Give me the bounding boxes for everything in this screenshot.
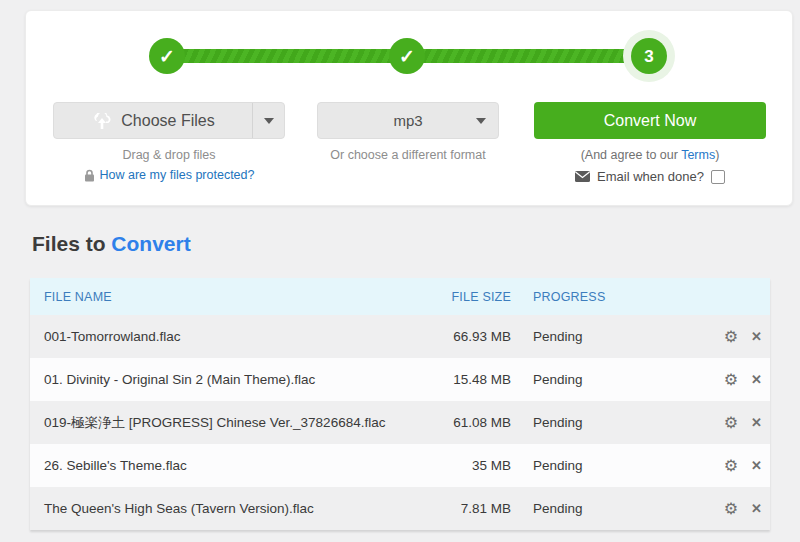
progress-status: Pending [533, 501, 664, 516]
progress-status: Pending [533, 458, 664, 473]
terms-prefix: (And agree to our [581, 148, 682, 162]
choose-files-button[interactable]: Choose Files [53, 102, 285, 139]
table-body: 001-Tomorrowland.flac 66.93 MB Pending ⚙… [30, 315, 770, 530]
email-when-done-label: Email when done? [597, 169, 704, 184]
file-size: 7.81 MB [397, 501, 511, 516]
drag-drop-hint: Drag & drop files [53, 148, 285, 162]
file-size: 15.48 MB [397, 372, 511, 387]
files-protected-label: How are my files protected? [100, 168, 255, 182]
terms-note: (And agree to our Terms) [534, 148, 766, 162]
file-name: 001-Tomorrowland.flac [30, 329, 397, 344]
stepper-step-3: 3 [631, 38, 667, 74]
stepper-step-1: ✓ [149, 38, 185, 74]
format-hint: Or choose a different format [317, 148, 499, 162]
header-file-size: FILE SIZE [397, 290, 511, 304]
table-row: 019-極楽浄土 [PROGRESS] Chinese Ver._3782668… [30, 401, 770, 444]
file-size: 61.08 MB [397, 415, 511, 430]
settings-gear-icon[interactable]: ⚙ [724, 372, 738, 388]
remove-file-icon[interactable]: ✕ [751, 330, 762, 343]
check-icon: ✓ [399, 47, 415, 66]
progress-status: Pending [533, 329, 664, 344]
format-value: mp3 [318, 112, 498, 129]
table-header: FILE NAME FILE SIZE PROGRESS [30, 278, 770, 315]
progress-status: Pending [533, 372, 664, 387]
email-when-done-row: Email when done? [534, 169, 766, 184]
remove-file-icon[interactable]: ✕ [751, 502, 762, 515]
settings-gear-icon[interactable]: ⚙ [724, 415, 738, 431]
settings-gear-icon[interactable]: ⚙ [724, 458, 738, 474]
header-progress: PROGRESS [533, 290, 664, 304]
file-size: 35 MB [397, 458, 511, 473]
table-row: 001-Tomorrowland.flac 66.93 MB Pending ⚙… [30, 315, 770, 358]
choose-files-label: Choose Files [121, 112, 214, 130]
lock-icon [84, 169, 95, 182]
page-title: Files to Convert [32, 232, 191, 256]
table-row: 01. Divinity - Original Sin 2 (Main Them… [30, 358, 770, 401]
chevron-down-icon [264, 118, 274, 124]
email-checkbox[interactable] [711, 170, 725, 184]
stepper-step-2: ✓ [389, 38, 425, 74]
terms-link[interactable]: Terms [681, 148, 715, 162]
check-icon: ✓ [159, 47, 175, 66]
table-row: 26. Sebille's Theme.flac 35 MB Pending ⚙… [30, 444, 770, 487]
terms-suffix: ) [715, 148, 719, 162]
progress-stepper: ✓ ✓ 3 [26, 11, 792, 91]
progress-status: Pending [533, 415, 664, 430]
settings-gear-icon[interactable]: ⚙ [724, 501, 738, 517]
email-icon [575, 171, 590, 182]
table-row: The Queen's High Seas (Tavern Version).f… [30, 487, 770, 530]
file-name: 019-極楽浄土 [PROGRESS] Chinese Ver._3782668… [30, 414, 397, 432]
remove-file-icon[interactable]: ✕ [751, 459, 762, 472]
title-accent: Convert [111, 232, 190, 255]
file-name: 26. Sebille's Theme.flac [30, 458, 397, 473]
upload-cloud-icon [91, 113, 113, 129]
convert-now-button[interactable]: Convert Now [534, 102, 766, 139]
file-name: 01. Divinity - Original Sin 2 (Main Them… [30, 372, 397, 387]
remove-file-icon[interactable]: ✕ [751, 373, 762, 386]
file-name: The Queen's High Seas (Tavern Version).f… [30, 501, 397, 516]
title-prefix: Files to [32, 232, 111, 255]
step-number: 3 [644, 48, 653, 65]
files-table: FILE NAME FILE SIZE PROGRESS 001-Tomorro… [30, 278, 770, 530]
format-select[interactable]: mp3 [317, 102, 499, 139]
upload-card: ✓ ✓ 3 Choose Files Drag & drop [25, 10, 793, 206]
choose-files-dropdown[interactable] [252, 103, 284, 138]
file-size: 66.93 MB [397, 329, 511, 344]
files-protected-link[interactable]: How are my files protected? [53, 168, 285, 182]
remove-file-icon[interactable]: ✕ [751, 416, 762, 429]
settings-gear-icon[interactable]: ⚙ [724, 329, 738, 345]
header-file-name: FILE NAME [30, 290, 397, 304]
chevron-down-icon [476, 118, 486, 124]
